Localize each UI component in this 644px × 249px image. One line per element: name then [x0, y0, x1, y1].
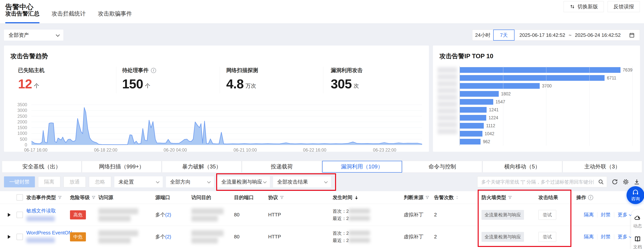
swap-icon: [570, 4, 575, 10]
switch-version-button[interactable]: 切换新版: [564, 1, 604, 12]
column-header-7[interactable]: 发生时间: [332, 194, 404, 201]
column-header-1[interactable]: 危险等级: [70, 194, 98, 201]
column-header-11[interactable]: 攻击结果: [538, 194, 576, 201]
category-tab-2[interactable]: 暴力破解（35）: [162, 161, 242, 172]
search-box: [477, 176, 607, 187]
stat-value-row: 150个: [122, 77, 156, 90]
time-cell: 首次：2最近：2: [332, 230, 404, 244]
area-chart-svg: [32, 102, 422, 146]
category-tab-1[interactable]: 网络扫描（999+）: [82, 161, 162, 172]
event-type-link[interactable]: 敏感文件读取: [26, 208, 70, 214]
gear-icon[interactable]: [622, 179, 629, 185]
action-封禁[interactable]: 封禁: [601, 212, 610, 218]
x-axis-label: 06-20 04:00: [164, 148, 187, 153]
time-recent: 最近：2: [332, 215, 404, 222]
event-type-link[interactable]: WordPress EventON ...: [26, 230, 70, 236]
expand-cell: [4, 235, 16, 239]
x-axis-label: 06-22 16:00: [303, 148, 326, 153]
select-all-checkbox[interactable]: [16, 194, 23, 201]
stat-value-row: 12个: [18, 77, 44, 90]
judge-source-cell: 虚拟补丁: [404, 212, 434, 218]
category-tab-3[interactable]: 投递载荷: [242, 161, 322, 172]
date-end: 2025-06-24 16:42:52: [575, 32, 621, 38]
feedback-button[interactable]: 反馈误报: [608, 1, 640, 12]
time-recent: 最近：2: [332, 237, 404, 244]
book-icon: [634, 236, 641, 242]
column-header-5[interactable]: 目的端口: [234, 194, 268, 201]
column-header-9[interactable]: 告警次数: [434, 194, 482, 201]
asset-dropdown[interactable]: 全部资产: [4, 30, 63, 40]
toolbar-dropdown-2[interactable]: 全流量检测与响应: [217, 176, 270, 187]
category-tab-4[interactable]: 漏洞利用（109）: [322, 161, 402, 172]
nav-tab-0[interactable]: 攻击告警汇总: [5, 10, 40, 23]
column-header-8[interactable]: 判断来源: [404, 194, 434, 201]
nav-tab-2[interactable]: 攻击欺骗事件: [98, 10, 132, 23]
docs-item[interactable]: 文档: [633, 236, 642, 249]
toolbar-dropdown-3[interactable]: 全部攻击结果: [273, 176, 331, 187]
expand-icon[interactable]: [8, 235, 10, 239]
risk-cell: 中危: [70, 232, 98, 242]
bar-value: 1547: [496, 99, 505, 104]
category-tab-5[interactable]: 命令与控制: [402, 161, 482, 172]
row-checkbox[interactable]: [16, 234, 23, 240]
toolbar-button-0[interactable]: 一键封禁: [4, 176, 35, 187]
time-cell: 首次：2最近：2: [332, 208, 404, 222]
firewall-type-cell: 全流量检测与响应: [482, 210, 538, 220]
source-port-count[interactable]: (2): [165, 234, 171, 240]
stat-divider-1: [220, 67, 220, 93]
x-axis-label: 06-18 22:00: [94, 148, 118, 153]
action-更多[interactable]: 更多: [618, 212, 631, 218]
blurred-ip-label: [438, 128, 457, 134]
nav-tab-1[interactable]: 攻击拦截统计: [52, 10, 86, 23]
toolbar-button-3[interactable]: 忽略: [89, 176, 111, 187]
action-隔离[interactable]: 隔离: [584, 234, 594, 240]
action-更多[interactable]: 更多: [618, 234, 631, 240]
blurred-ip-label: [438, 94, 457, 100]
date-range-picker[interactable]: 2025-06-17 16:42:52 ~ 2025-06-24 16:42:5…: [514, 30, 640, 40]
download-icon[interactable]: [634, 179, 640, 185]
category-tab-0[interactable]: 安全基线（出）: [2, 161, 81, 172]
column-label: 目的端口: [234, 194, 254, 201]
bar: [460, 139, 480, 144]
category-tab-7[interactable]: 主动外联（3）: [563, 161, 642, 172]
expand-icon[interactable]: [8, 213, 10, 217]
column-label: 防火墙类型: [482, 194, 506, 201]
consult-floating-button[interactable]: 咨询: [626, 186, 644, 204]
bar: [460, 67, 620, 73]
range-24h-button[interactable]: 24小时: [472, 30, 494, 40]
search-icon[interactable]: [598, 179, 604, 186]
blurred-source: [98, 230, 138, 236]
source-port-count[interactable]: (2): [165, 212, 171, 218]
chevron-down-icon: [56, 32, 60, 36]
column-header-0[interactable]: 攻击事件类型: [26, 194, 70, 201]
range-7d-button[interactable]: 7天: [493, 30, 514, 40]
toolbar-button-1[interactable]: 隔离: [38, 176, 60, 187]
blurred-destination: [191, 208, 224, 214]
table-header: 攻击事件类型危险等级访问源源端口访问目的目的端口协议发生时间判断来源告警次数防火…: [0, 191, 644, 204]
news-item[interactable]: 动态: [633, 215, 642, 229]
action-隔离[interactable]: 隔离: [584, 212, 594, 218]
column-header-10[interactable]: 防火墙类型: [482, 194, 538, 201]
dropdown-value: 全部方向: [170, 178, 190, 185]
row-checkbox[interactable]: [16, 212, 23, 218]
column-label: 攻击事件类型: [26, 194, 56, 201]
column-header-6[interactable]: 协议: [268, 194, 332, 201]
blurred-event-subtext: [26, 238, 55, 243]
y-axis-label: 3000: [10, 108, 27, 113]
time-range-group: 24小时 7天 2025-06-17 16:42:52 ~ 2025-06-24…: [472, 30, 640, 40]
top10-card: 攻击告警IP TOP 10 76396711370018021547124112…: [433, 46, 640, 152]
toolbar-button-2[interactable]: 放通: [64, 176, 86, 187]
toolbar-right: [477, 176, 640, 187]
category-tab-6[interactable]: 横向移动（5）: [482, 161, 562, 172]
action-封禁[interactable]: 封禁: [601, 234, 610, 240]
refresh-icon[interactable]: [612, 179, 618, 185]
search-input[interactable]: [477, 176, 607, 187]
column-header-4[interactable]: 访问目的: [191, 194, 234, 201]
toolbar-dropdown-0[interactable]: 未处置: [114, 176, 163, 187]
column-header-2[interactable]: 访问源: [98, 194, 155, 201]
calendar-icon[interactable]: [629, 32, 635, 38]
toolbar-dropdown-1[interactable]: 全部方向: [166, 176, 214, 187]
stat-unit: 万次: [246, 82, 256, 90]
column-header-3[interactable]: 源端口: [155, 194, 191, 201]
info-icon: i: [588, 195, 593, 200]
